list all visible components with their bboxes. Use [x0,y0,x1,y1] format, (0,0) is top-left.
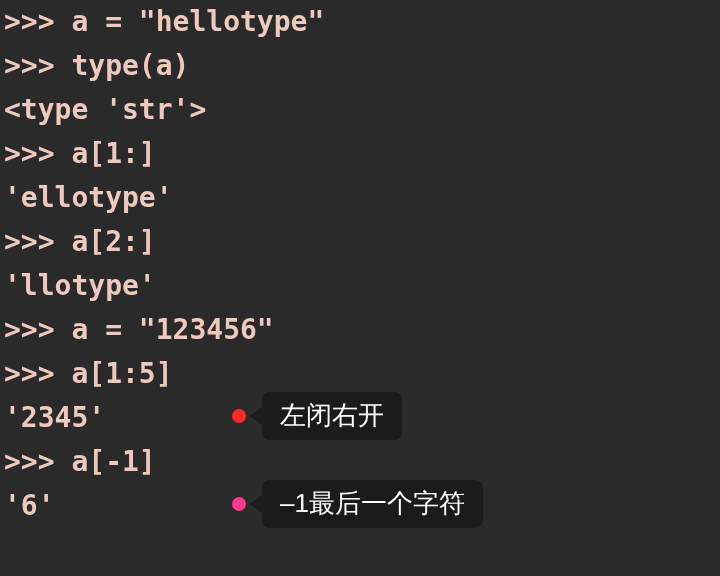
annotation-bubble: 左闭右开 [262,392,402,440]
repl-input-line: >>> a[-1] [0,440,720,484]
repl-input-line: >>> type(a) [0,44,720,88]
repl-output-line: <type 'str'> [0,88,720,132]
repl-input-line: >>> a = "123456" [0,308,720,352]
marker-dot-icon [232,497,246,511]
repl-input-line: >>> a = "hellotype" [0,0,720,44]
repl-input-line: >>> a[2:] [0,220,720,264]
repl-input-line: >>> a[1:] [0,132,720,176]
annotation: 左闭右开 [232,394,402,438]
repl-output-line: 'llotype' [0,264,720,308]
terminal[interactable]: >>> a = "hellotype" >>> type(a) <type 's… [0,0,720,576]
repl-input-line: >>> a[1:5] [0,352,720,396]
marker-dot-icon [232,409,246,423]
annotation-bubble: –1最后一个字符 [262,480,483,528]
repl-output-line: 'ellotype' [0,176,720,220]
annotation: –1最后一个字符 [232,482,483,526]
